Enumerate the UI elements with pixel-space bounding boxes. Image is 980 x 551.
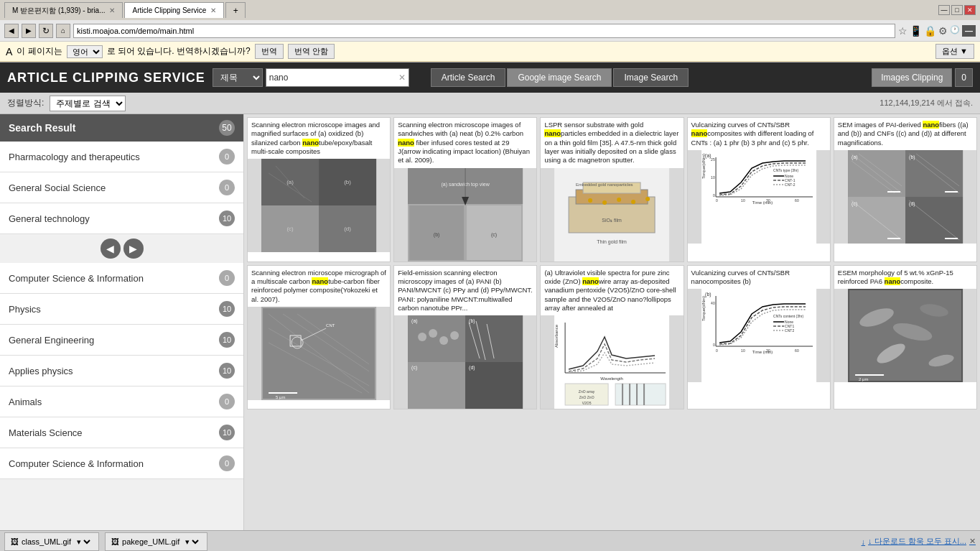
image-card-3[interactable]: Vulcanizing curves of CNTs/SBR nanocompo… bbox=[687, 117, 831, 262]
image-card-4[interactable]: SEM images of PAI-derived nanofibers ((a… bbox=[834, 117, 977, 262]
svg-text:Wavelength: Wavelength bbox=[601, 376, 623, 381]
shield-icon[interactable]: 🔒 bbox=[924, 25, 936, 37]
svg-text:60: 60 bbox=[795, 348, 799, 353]
browser-nav-icons: ☆ 📱 🔒 ⚙ 🕐 — bbox=[898, 25, 976, 37]
tab-gmail[interactable]: M 받은편지함 (1,939) - bria... ✕ bbox=[4, 2, 123, 18]
sidebar-item-physics[interactable]: Physics 10 bbox=[0, 294, 243, 325]
sidebar-item-materials[interactable]: Materials Science 10 bbox=[0, 417, 243, 448]
search-clear-icon[interactable]: ✕ bbox=[398, 73, 406, 83]
svg-text:Embedded gold nanoparticles: Embedded gold nanoparticles bbox=[576, 182, 633, 187]
search-input-wrap: ✕ bbox=[266, 68, 409, 87]
search-category-select[interactable]: 제목 저자 키워드 bbox=[213, 68, 263, 87]
svg-text:CNTs content (3hr): CNTs content (3hr) bbox=[773, 314, 803, 318]
sidebar-title: Search Result bbox=[9, 122, 75, 134]
image-card-7[interactable]: (a) Ultraviolet visible spectra for pure… bbox=[540, 265, 683, 410]
content-area: Scanning electron microscope images and … bbox=[244, 114, 980, 530]
svg-point-92 bbox=[439, 336, 448, 345]
article-search-tab[interactable]: Article Search bbox=[431, 68, 506, 87]
svg-point-24 bbox=[588, 198, 592, 203]
access-info: 112,144,19,214 에서 접속. bbox=[879, 98, 973, 108]
sidebar-item-cs-info-count: 0 bbox=[219, 270, 235, 286]
file-icon-1: 🖼 bbox=[111, 537, 119, 546]
search-input[interactable] bbox=[269, 73, 398, 83]
svg-text:60: 60 bbox=[795, 198, 799, 203]
image-card-1-text: Scanning electron microscope images of s… bbox=[394, 118, 536, 168]
image-card-5-text: Scanning electron microscope micrograph … bbox=[248, 266, 390, 307]
browser-tabs: M 받은편지함 (1,939) - bria... ✕ Article Clip… bbox=[4, 2, 246, 18]
svg-text:(b): (b) bbox=[344, 179, 351, 185]
home-button[interactable]: ⌂ bbox=[56, 24, 70, 38]
forward-button[interactable]: ▶ bbox=[22, 24, 36, 38]
svg-text:CNT2: CNT2 bbox=[785, 328, 794, 333]
sidebar-item-cs-info2[interactable]: Computer Science & Information 0 bbox=[0, 448, 243, 479]
sidebar-item-pharmacology-count: 0 bbox=[219, 149, 235, 165]
back-button[interactable]: ◀ bbox=[4, 24, 19, 38]
sidebar-item-social-count: 0 bbox=[219, 180, 235, 195]
sidebar-item-general-eng[interactable]: General Engineering 10 bbox=[0, 325, 243, 356]
sort-select[interactable]: 주제별로 검색 날짜별로 검색 관련도순 bbox=[50, 96, 126, 111]
file-label-1: pakege_UML.gif bbox=[122, 537, 179, 546]
download-close-icon[interactable]: ✕ bbox=[969, 537, 976, 546]
svg-point-93 bbox=[450, 331, 459, 340]
svg-text:(c): (c) bbox=[411, 365, 417, 371]
sidebar-item-applies-physics[interactable]: Applies physics 10 bbox=[0, 356, 243, 386]
svg-point-25 bbox=[602, 200, 607, 205]
clip-section: Images Clipping 0 bbox=[872, 68, 973, 87]
svg-text:(b): (b) bbox=[469, 318, 475, 324]
sidebar-next-button[interactable]: ▶ bbox=[123, 239, 144, 259]
svg-text:(c): (c) bbox=[491, 232, 497, 238]
minimize-button[interactable]: — bbox=[938, 5, 950, 15]
file-select-0[interactable]: ▾ bbox=[74, 534, 93, 549]
sidebar-item-applies-physics-count: 10 bbox=[219, 363, 235, 379]
image-search-tab[interactable]: Image Search bbox=[613, 68, 689, 87]
translate-button[interactable]: 번역 bbox=[255, 44, 284, 59]
translate-lang-select[interactable]: 영어 bbox=[67, 45, 103, 58]
images-clipping-button[interactable]: Images Clipping bbox=[872, 68, 952, 87]
svg-text:0: 0 bbox=[713, 343, 715, 347]
translate-cancel-button[interactable]: 번역 안함 bbox=[288, 44, 335, 59]
svg-text:10: 10 bbox=[711, 175, 715, 180]
settings-icon[interactable]: ⚙ bbox=[938, 25, 948, 37]
search-form: 제목 저자 키워드 ✕ bbox=[213, 68, 409, 87]
tab-article-close[interactable]: ✕ bbox=[210, 6, 216, 14]
sort-bar: 정렬방식: 주제별로 검색 날짜별로 검색 관련도순 112,144,19,21… bbox=[0, 93, 980, 114]
translate-options-button[interactable]: 옵션 ▼ bbox=[935, 44, 974, 59]
svg-text:CNT: CNT bbox=[326, 323, 335, 328]
svg-text:2 μm: 2 μm bbox=[859, 377, 868, 381]
image-card-0[interactable]: Scanning electron microscope images and … bbox=[247, 117, 391, 262]
refresh-button[interactable]: ↻ bbox=[39, 24, 53, 38]
sidebar-prev-button[interactable]: ◀ bbox=[101, 239, 121, 259]
tab-article-clipping[interactable]: Article Clipping Service ✕ bbox=[124, 2, 224, 18]
google-image-search-tab[interactable]: Google image Search bbox=[507, 68, 612, 87]
image-card-9[interactable]: ESEM morphology of 5 wt.% xGnP-15 reinfo… bbox=[834, 265, 977, 410]
maximize-button[interactable]: □ bbox=[951, 5, 963, 15]
sidebar-item-physics-count: 10 bbox=[219, 301, 235, 317]
sidebar-item-cs-info[interactable]: Computer Science & Information 0 bbox=[0, 263, 243, 294]
image-card-5-img: CNT 5 μm bbox=[248, 307, 390, 400]
navigation-bar: ◀ ▶ ↻ ⌂ ☆ 📱 🔒 ⚙ 🕐 — bbox=[0, 20, 980, 42]
star-icon[interactable]: ☆ bbox=[898, 25, 907, 37]
sidebar-item-pharmacology[interactable]: Pharmacology and therapeutics 0 bbox=[0, 142, 243, 172]
sidebar-item-animals[interactable]: Animals 0 bbox=[0, 386, 243, 417]
svg-text:SiO₂ film: SiO₂ film bbox=[602, 218, 622, 223]
file-select-1[interactable]: ▾ bbox=[182, 534, 201, 549]
address-bar[interactable] bbox=[73, 24, 895, 38]
image-card-8[interactable]: Vulcanizing curves of CNTs/SBR nanocompo… bbox=[687, 265, 831, 410]
image-card-2[interactable]: LSPR sensor substrate with gold nanopart… bbox=[540, 117, 683, 262]
mobile-icon[interactable]: 📱 bbox=[910, 25, 922, 37]
tab-gmail-close[interactable]: ✕ bbox=[109, 6, 115, 14]
download-all-button[interactable]: ↓ ↓ 다운로드 함욱 모두 표시... ✕ bbox=[862, 536, 976, 547]
sidebar-item-cs-info-label: Computer Science & Information bbox=[9, 273, 144, 284]
image-card-5[interactable]: Scanning electron microscope micrograph … bbox=[247, 265, 391, 410]
sidebar-item-general-tech[interactable]: General technology 10 bbox=[0, 203, 243, 234]
file-item-0[interactable]: 🖼 class_UML.gif ▾ bbox=[4, 532, 99, 551]
image-card-2-img: SiO₂ film Thin gold film Embedded gold n… bbox=[541, 168, 683, 261]
image-card-1[interactable]: Scanning electron microscope images of s… bbox=[393, 117, 537, 262]
image-card-6[interactable]: Field-emission scanning electron microsc… bbox=[393, 265, 537, 410]
title-bar: M 받은편지함 (1,939) - bria... ✕ Article Clip… bbox=[0, 0, 980, 20]
close-button[interactable]: ✕ bbox=[964, 5, 976, 15]
svg-point-28 bbox=[645, 197, 650, 201]
file-item-1[interactable]: 🖼 pakege_UML.gif ▾ bbox=[105, 532, 207, 551]
new-tab-button[interactable]: + bbox=[225, 2, 246, 18]
sidebar-item-social[interactable]: General Social Science 0 bbox=[0, 172, 243, 203]
